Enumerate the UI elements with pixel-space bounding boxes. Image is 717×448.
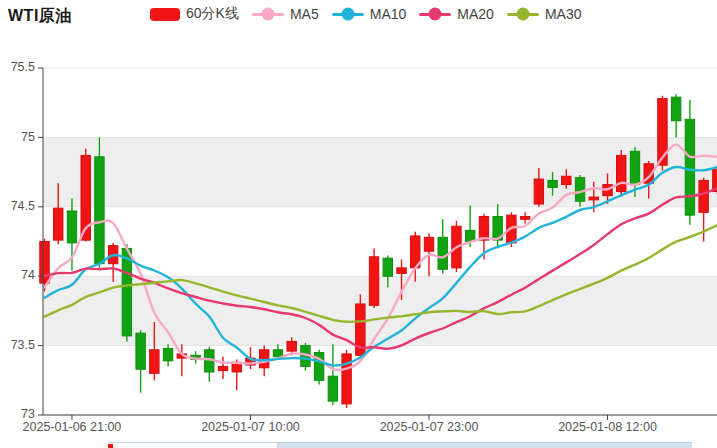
candlestick-legend-marker bbox=[150, 8, 180, 21]
candle-up[interactable] bbox=[589, 197, 598, 200]
legend-label: MA30 bbox=[545, 6, 582, 22]
candle-down[interactable] bbox=[328, 376, 337, 401]
candle-down[interactable] bbox=[136, 333, 145, 369]
legend-item-ma20[interactable]: MA20 bbox=[419, 6, 494, 22]
legend-item-kline[interactable]: 60分K线 bbox=[150, 5, 239, 23]
data-zoom-red-mark bbox=[108, 444, 113, 448]
candle-up[interactable] bbox=[520, 217, 529, 220]
y-axis-label: 73.5 bbox=[11, 338, 35, 352]
candle-down[interactable] bbox=[685, 119, 694, 215]
candle-down[interactable] bbox=[67, 211, 76, 243]
legend-item-ma5[interactable]: MA5 bbox=[252, 6, 319, 22]
legend-label: MA20 bbox=[457, 6, 494, 22]
legend-item-ma30[interactable]: MA30 bbox=[507, 6, 582, 22]
candle-down[interactable] bbox=[383, 258, 392, 276]
candle-up[interactable] bbox=[369, 257, 378, 306]
candle-down[interactable] bbox=[438, 237, 447, 269]
candle-up[interactable] bbox=[397, 268, 406, 274]
x-axis-label: 2025-01-06 21:00 bbox=[23, 420, 122, 434]
candle-up[interactable] bbox=[218, 366, 227, 370]
y-axis-label: 74 bbox=[21, 268, 35, 282]
ma30-legend-marker bbox=[507, 7, 539, 21]
y-axis-label: 75 bbox=[21, 130, 35, 144]
candle-up[interactable] bbox=[424, 237, 433, 251]
candle-down[interactable] bbox=[630, 151, 639, 184]
candle-down[interactable] bbox=[671, 97, 680, 121]
legend-item-ma10[interactable]: MA10 bbox=[332, 6, 407, 22]
legend-label: MA10 bbox=[370, 6, 407, 22]
candle-up[interactable] bbox=[617, 155, 626, 191]
candle-down[interactable] bbox=[122, 248, 131, 335]
data-zoom-slider-selected[interactable] bbox=[278, 442, 692, 448]
candle-down[interactable] bbox=[548, 180, 557, 187]
ma5-legend-marker bbox=[252, 7, 284, 21]
data-zoom-slider-unselected[interactable] bbox=[108, 442, 278, 448]
candle-down[interactable] bbox=[95, 157, 104, 264]
x-axis-label: 2025-01-07 10:00 bbox=[201, 420, 300, 434]
candle-up[interactable] bbox=[287, 341, 296, 351]
candle-up[interactable] bbox=[150, 350, 159, 374]
candle-up[interactable] bbox=[54, 208, 63, 240]
page-title: WTI原油 bbox=[8, 6, 72, 27]
y-axis-label: 74.5 bbox=[11, 199, 35, 213]
ma20-legend-marker bbox=[419, 7, 451, 21]
kline-chart-canvas[interactable]: 75.57574.57473.5732025-01-06 21:002025-0… bbox=[0, 0, 717, 448]
x-axis-label: 2025-01-08 12:00 bbox=[558, 420, 657, 434]
candle-up[interactable] bbox=[260, 350, 269, 368]
candle-up[interactable] bbox=[699, 180, 708, 212]
candle-down[interactable] bbox=[163, 348, 172, 360]
candle-up[interactable] bbox=[479, 217, 488, 241]
x-axis-label: 2025-01-07 23:00 bbox=[380, 420, 479, 434]
candle-down[interactable] bbox=[575, 178, 584, 202]
candle-up[interactable] bbox=[534, 179, 543, 204]
legend: 60分K线 MA5 MA10 MA20 MA30 bbox=[150, 3, 581, 25]
candle-down[interactable] bbox=[273, 350, 282, 357]
legend-label: 60分K线 bbox=[186, 5, 239, 23]
ma10-legend-marker bbox=[332, 7, 364, 21]
y-axis-label: 75.5 bbox=[11, 60, 35, 74]
legend-label: MA5 bbox=[290, 6, 319, 22]
candle-up[interactable] bbox=[562, 176, 571, 184]
split-band bbox=[43, 68, 717, 137]
